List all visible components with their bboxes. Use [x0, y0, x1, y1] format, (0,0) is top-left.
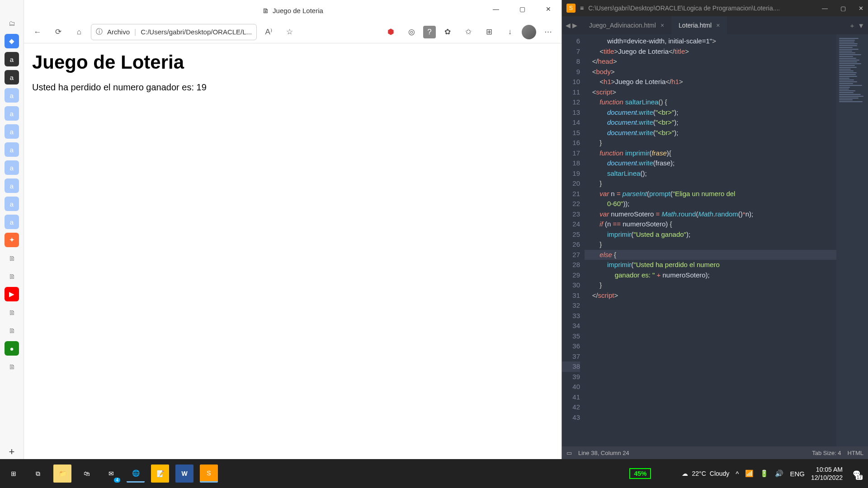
page-content: Juego de Loteria Usted ha perdido el num…: [24, 43, 561, 459]
tab-label: Loteria.html: [679, 22, 712, 29]
store-icon[interactable]: 🛍: [78, 465, 96, 483]
sublime-tab-bar: ◀ ▶ Juego_Adivinacion.html × Loteria.htm…: [562, 16, 868, 34]
tab-label: Juego_Adivinacion.html: [589, 22, 656, 29]
page-heading: Juego de Loteria: [32, 52, 553, 73]
mail-badge: 4: [114, 478, 120, 483]
minimize-button[interactable]: —: [483, 0, 509, 18]
wifi-icon[interactable]: 📶: [745, 469, 754, 478]
sidebar-tab[interactable]: ◆: [5, 34, 19, 48]
sidebar-tab[interactable]: a: [5, 197, 19, 211]
sidebar-tab[interactable]: a: [5, 70, 19, 84]
next-tab-icon[interactable]: ▶: [572, 22, 577, 29]
panel-switch-icon[interactable]: ▭: [566, 450, 572, 456]
favorite-icon[interactable]: ☆: [280, 23, 298, 41]
sidebar-tab[interactable]: 🗎: [5, 323, 19, 338]
battery-indicator[interactable]: 45%: [629, 468, 651, 479]
new-tab-icon[interactable]: +: [850, 22, 854, 29]
tab-dropdown-icon[interactable]: ▼: [858, 22, 864, 29]
weather-widget[interactable]: ☁ 22°C Cloudy: [682, 470, 729, 477]
more-icon[interactable]: ⋯: [539, 23, 557, 41]
back-button[interactable]: ←: [28, 23, 47, 41]
hamburger-icon[interactable]: ≡: [580, 5, 584, 12]
file-explorer-icon[interactable]: 📁: [53, 465, 71, 483]
close-tab-icon[interactable]: ×: [716, 22, 720, 29]
sublime-logo-icon: S: [566, 4, 576, 13]
extension-icon[interactable]: ?: [423, 26, 436, 38]
sublime-icon[interactable]: S: [200, 465, 218, 483]
language-indicator[interactable]: ENG: [790, 470, 805, 478]
collections-icon[interactable]: ⊞: [480, 23, 498, 41]
task-view-icon[interactable]: ⧉: [29, 465, 47, 483]
sidebar-tab[interactable]: a: [5, 178, 19, 193]
word-icon[interactable]: W: [175, 465, 193, 483]
time: 10:05 AM: [811, 465, 843, 474]
sublime-window: S ≡ C:\Users\gabri\Desktop\ORACLE\Logica…: [562, 0, 868, 459]
prev-tab-icon[interactable]: ◀: [566, 22, 571, 29]
sidebar-tab[interactable]: a: [5, 142, 19, 157]
battery-icon[interactable]: 🔋: [760, 469, 769, 478]
sidebar-tab[interactable]: a: [5, 215, 19, 229]
minimap[interactable]: [836, 34, 868, 446]
home-button[interactable]: ⌂: [70, 23, 88, 41]
sticky-notes-icon[interactable]: 📝: [151, 465, 169, 483]
close-button[interactable]: ✕: [859, 5, 863, 12]
status-bar: ▭ Line 38, Column 24 Tab Size: 4 HTML: [562, 446, 868, 459]
taskbar: ⊞ ⧉ 📁 🛍 ✉4 🌐 📝 W S 45% ☁ 22°C Cloudy ^ 📶…: [0, 459, 868, 488]
syntax-mode[interactable]: HTML: [848, 450, 863, 456]
sidebar-tab[interactable]: 🗎: [5, 269, 19, 283]
tab-indicator-icon[interactable]: 🗂: [5, 16, 19, 30]
refresh-button[interactable]: ⟳: [49, 23, 67, 41]
new-tab-button[interactable]: +: [5, 445, 19, 459]
sidebar-tab[interactable]: a: [5, 106, 19, 121]
page-paragraph: Usted ha perdido el numero ganador es: 1…: [32, 82, 553, 93]
url-path: C:/Users/gabri/Desktop/ORACLE/L...: [141, 28, 252, 36]
maximize-button[interactable]: ▢: [840, 5, 846, 12]
sidebar-tab[interactable]: ●: [5, 341, 19, 356]
browser-title-bar: 🗎 Juego de Loteria — ▢ ✕: [24, 0, 561, 21]
cursor-position: Line 38, Column 24: [578, 450, 629, 456]
notifications-icon[interactable]: 💬17: [849, 466, 863, 481]
extension-icon[interactable]: ◎: [402, 23, 420, 41]
tab-size[interactable]: Tab Size: 4: [812, 450, 841, 456]
edge-browser-icon[interactable]: 🌐: [127, 465, 145, 483]
profile-avatar[interactable]: [522, 25, 536, 39]
sidebar-tab[interactable]: 🗎: [5, 305, 19, 319]
browser-toolbar: ← ⟳ ⌂ ⓘ Archivo | C:/Users/gabri/Desktop…: [24, 21, 561, 43]
start-button[interactable]: ⊞: [5, 465, 23, 483]
address-bar[interactable]: ⓘ Archivo | C:/Users/gabri/Desktop/ORACL…: [91, 24, 257, 40]
weather-text: Cloudy: [710, 470, 730, 477]
code-content[interactable]: width=device-width, initial-scale=1"> <t…: [585, 34, 836, 446]
browser-window: 🗂 ◆ a a a a a a a a a a ✦ 🗎 🗎 ▶ 🗎 🗎 ● 🗎 …: [0, 0, 562, 459]
info-icon: ⓘ: [96, 28, 103, 36]
favorites-icon[interactable]: ✩: [459, 23, 477, 41]
sidebar-tab[interactable]: a: [5, 52, 19, 66]
sidebar-tab[interactable]: ✦: [5, 233, 19, 247]
volume-icon[interactable]: 🔊: [775, 469, 783, 478]
sidebar-tab[interactable]: a: [5, 88, 19, 103]
close-tab-icon[interactable]: ×: [660, 22, 664, 29]
maximize-button[interactable]: ▢: [509, 0, 535, 18]
editor-tab-active[interactable]: Loteria.html ×: [671, 16, 727, 34]
clock[interactable]: 10:05 AM 12/10/2022: [811, 465, 843, 482]
read-aloud-icon[interactable]: A⁾: [259, 23, 278, 41]
editor-area[interactable]: 6789101112131415161718192021222324252627…: [562, 34, 868, 446]
chevron-up-icon[interactable]: ^: [736, 470, 739, 478]
sidebar-tab[interactable]: a: [5, 124, 19, 139]
weather-temp: 22°C: [692, 470, 706, 477]
sidebar-tab[interactable]: 🗎: [5, 359, 19, 374]
downloads-icon[interactable]: ↓: [501, 23, 519, 41]
editor-tab[interactable]: Juego_Adivinacion.html ×: [582, 16, 671, 34]
date: 12/10/2022: [811, 474, 843, 482]
page-icon: 🗎: [262, 7, 269, 14]
url-scheme-label: Archivo: [107, 28, 130, 36]
extensions-icon[interactable]: ✿: [439, 23, 457, 41]
minimize-button[interactable]: —: [822, 5, 828, 12]
mail-icon[interactable]: ✉4: [102, 465, 120, 483]
sidebar-tab-youtube[interactable]: ▶: [5, 287, 19, 301]
sidebar-tab[interactable]: a: [5, 160, 19, 175]
sidebar-tab[interactable]: 🗎: [5, 251, 19, 265]
extension-icon[interactable]: ⬢: [382, 23, 400, 41]
weather-icon: ☁: [682, 470, 688, 477]
close-button[interactable]: ✕: [535, 0, 561, 18]
line-number-gutter: 6789101112131415161718192021222324252627…: [562, 34, 585, 446]
